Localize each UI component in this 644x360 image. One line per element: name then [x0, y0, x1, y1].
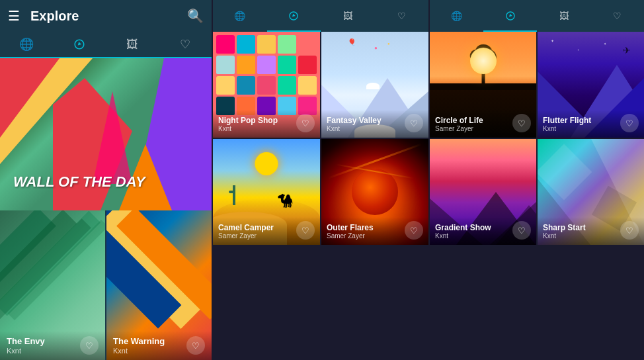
wallpaper-text-circle: Circle of Life Samer Zayer: [435, 116, 483, 132]
left-nav-tabs: 🌐 🖼 ♡: [0, 32, 212, 58]
middle-panel: 🌐 🖼 ♡: [213, 0, 428, 360]
right-tab-image[interactable]: 🖼: [537, 0, 590, 32]
right-tab-globe[interactable]: 🌐: [430, 0, 483, 32]
card-sharp-start[interactable]: Sharp Start Kxnt ♡: [538, 139, 644, 245]
wallpaper-text-flutter: Flutter Flight Kxnt: [543, 116, 591, 132]
wallpaper-text-fantasy: Fantasy Valley Kxnt: [327, 116, 382, 132]
heart-btn-flutter[interactable]: ♡: [620, 114, 639, 132]
hamburger-icon[interactable]: ☰: [8, 8, 20, 24]
heart-btn-warning[interactable]: ♡: [186, 336, 205, 355]
right-header: 🌐 🖼 ♡: [430, 0, 644, 32]
wallpaper-text-night-pop: Night Pop Shop Kxnt: [218, 116, 278, 132]
app-title: Explore: [30, 9, 187, 24]
wallpaper-info-sharp: Sharp Start Kxnt ♡: [538, 217, 644, 245]
heart-btn-outer[interactable]: ♡: [405, 221, 423, 240]
search-icon[interactable]: 🔍: [187, 8, 204, 24]
heart-btn-envy[interactable]: ♡: [80, 336, 99, 355]
card-text-envy: The Envy Kxnt: [7, 336, 45, 355]
red-triangle: [0, 58, 60, 138]
left-header: ☰ Explore 🔍: [0, 0, 212, 32]
card-the-warning[interactable]: The Warning Kxnt ♡: [106, 210, 212, 360]
middle-tab-globe[interactable]: 🌐: [213, 0, 267, 32]
card-the-envy[interactable]: The Envy Kxnt ♡: [0, 210, 105, 360]
wall-of-day-label: WALL OF THE DAY: [13, 173, 145, 191]
wallpaper-info-gradient: Gradient Show Kxnt ♡: [430, 217, 536, 245]
wallpaper-text-gradient: Gradient Show Kxnt: [435, 223, 491, 240]
middle-tab-compass[interactable]: [267, 0, 321, 32]
wallpaper-text-sharp: Sharp Start Kxnt: [543, 223, 586, 240]
bottom-cards: The Envy Kxnt ♡ The Warning Kxnt ♡: [0, 210, 212, 360]
heart-btn-camel[interactable]: ♡: [296, 221, 315, 240]
heart-btn-gradient[interactable]: ♡: [512, 221, 531, 240]
card-fantasy-valley[interactable]: 🎈 ● ● Fantasy Valley Kxnt ♡: [321, 32, 428, 138]
middle-wallpaper-grid: Night Pop Shop Kxnt ♡ 🎈 ● ●: [213, 32, 428, 245]
card-circle-of-life[interactable]: 🌳 Circle of Life Samer Zayer ♡: [430, 32, 536, 138]
tab-image[interactable]: 🖼: [106, 32, 159, 57]
middle-header: 🌐 🖼 ♡: [213, 0, 428, 32]
tab-heart[interactable]: ♡: [159, 32, 212, 57]
wallpaper-info-fantasy: Fantasy Valley Kxnt ♡: [321, 110, 428, 138]
wallpaper-info-flutter: Flutter Flight Kxnt ♡: [538, 110, 644, 138]
card-outer-flares[interactable]: Outer Flares Samer Zayer ♡: [321, 139, 428, 245]
wallpaper-info-camel: Camel Camper Samer Zayer ♡: [213, 217, 320, 245]
wall-of-day[interactable]: WALL OF THE DAY: [0, 58, 212, 210]
right-tab-compass[interactable]: [483, 0, 537, 32]
left-panel: ☰ Explore 🔍 🌐 🖼 ♡ WALL OF THE DAY: [0, 0, 212, 360]
right-wallpaper-grid: 🌳 Circle of Life Samer Zayer ♡ ✈: [430, 32, 644, 245]
card-flutter-flight[interactable]: ✈ ✦ ✦ ✦ Flutter Flight Kxnt ♡: [538, 32, 644, 138]
right-panel: 🌐 🖼 ♡ 🌳: [430, 0, 644, 360]
heart-btn-night-pop[interactable]: ♡: [296, 114, 315, 132]
card-label-warning: The Warning Kxnt ♡: [106, 331, 212, 360]
card-text-warning: The Warning Kxnt: [113, 336, 165, 355]
heart-btn-fantasy[interactable]: ♡: [405, 114, 423, 132]
wallpaper-text-outer: Outer Flares Samer Zayer: [327, 223, 374, 240]
middle-tab-heart[interactable]: ♡: [375, 0, 429, 32]
tab-globe[interactable]: 🌐: [0, 32, 53, 57]
heart-btn-circle[interactable]: ♡: [512, 114, 531, 132]
wallpaper-text-camel: Camel Camper Samer Zayer: [218, 223, 274, 240]
card-camel-camper[interactable]: 🐪 Camel Camper Samer Zayer ♡: [213, 139, 320, 245]
wallpaper-info-outer: Outer Flares Samer Zayer ♡: [321, 217, 428, 245]
tab-compass[interactable]: [53, 32, 106, 57]
heart-btn-sharp[interactable]: ♡: [620, 221, 639, 240]
card-gradient-show[interactable]: Gradient Show Kxnt ♡: [430, 139, 536, 245]
card-label-envy: The Envy Kxnt ♡: [0, 331, 105, 360]
card-night-pop-shop[interactable]: Night Pop Shop Kxnt ♡: [213, 32, 320, 138]
wallpaper-info-circle: Circle of Life Samer Zayer ♡: [430, 110, 536, 138]
middle-tab-image[interactable]: 🖼: [321, 0, 375, 32]
right-tab-heart[interactable]: ♡: [590, 0, 644, 32]
wallpaper-info-night-pop: Night Pop Shop Kxnt ♡: [213, 110, 320, 138]
